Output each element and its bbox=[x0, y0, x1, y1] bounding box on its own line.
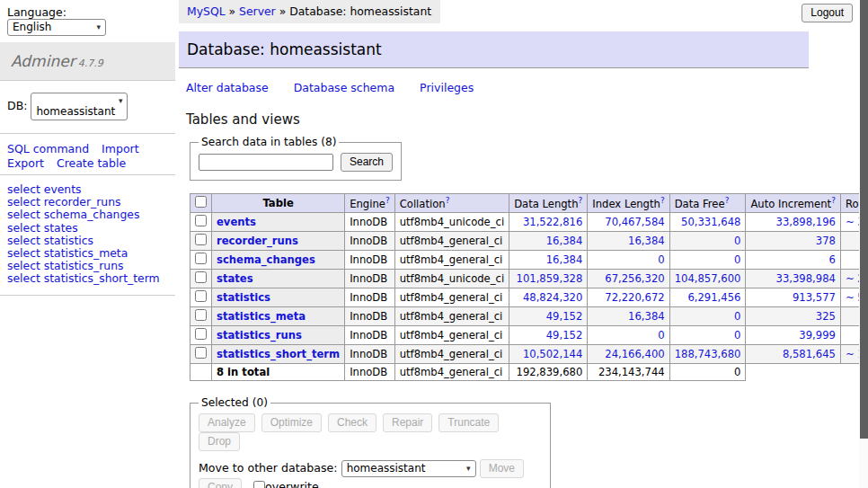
data-free-link[interactable]: 0 bbox=[734, 235, 740, 247]
index-length-link[interactable]: 0 bbox=[658, 253, 664, 266]
table-name-link[interactable]: statistics_meta bbox=[217, 310, 306, 323]
table-name-link[interactable]: events bbox=[217, 216, 256, 228]
scrollbar-thumb[interactable] bbox=[860, 0, 868, 439]
overwrite-checkbox[interactable] bbox=[253, 481, 265, 488]
breadcrumb-server-link[interactable]: Server bbox=[239, 4, 276, 18]
auto-increment-link[interactable]: 39,999 bbox=[799, 329, 836, 342]
data-free-link[interactable]: 50,331,648 bbox=[681, 216, 740, 228]
help-link[interactable]: ? bbox=[660, 196, 665, 205]
index-length-link[interactable]: 24,166,400 bbox=[605, 348, 664, 360]
sidebar-item-select-recorder-runs[interactable]: select recorder_runs bbox=[7, 196, 168, 209]
index-length-link[interactable]: 72,220,672 bbox=[605, 291, 664, 304]
row-select-checkbox[interactable] bbox=[195, 253, 207, 264]
drop-button: Drop bbox=[199, 432, 240, 451]
index-length-link[interactable]: 0 bbox=[658, 329, 664, 342]
auto-increment-link[interactable]: 33,398,984 bbox=[776, 272, 836, 285]
table-name-link[interactable]: statistics_runs bbox=[217, 329, 302, 342]
language-select[interactable]: ▾English bbox=[7, 19, 106, 36]
sidebar-item-select-statistics-short-term[interactable]: select statistics_short_term bbox=[7, 272, 168, 285]
column-header-engine: Engine? bbox=[345, 194, 395, 213]
sidebar-item-select-events[interactable]: select events bbox=[7, 183, 168, 196]
total-data-length: 192,839,680 bbox=[509, 364, 588, 381]
main-content: MySQL » Server » Database: homeassistant… bbox=[179, 0, 859, 488]
index-length-link[interactable]: 16,384 bbox=[628, 235, 665, 247]
data-length-link[interactable]: 48,824,320 bbox=[523, 291, 582, 304]
data-length-link[interactable]: 101,859,328 bbox=[517, 272, 583, 285]
index-length-link[interactable]: 70,467,584 bbox=[605, 216, 664, 228]
data-length-link[interactable]: 31,522,816 bbox=[523, 216, 582, 228]
db-label: DB: bbox=[7, 99, 27, 112]
search-legend: Search data in tables (8) bbox=[199, 136, 339, 148]
search-input[interactable] bbox=[199, 154, 333, 171]
index-length-link[interactable]: 16,384 bbox=[628, 310, 665, 323]
row-select-checkbox[interactable] bbox=[195, 234, 207, 245]
data-length-link[interactable]: 49,152 bbox=[546, 329, 583, 342]
sidebar-item-select-schema-changes[interactable]: select schema_changes bbox=[7, 209, 168, 221]
app-title: Adminer4.7.9 bbox=[0, 42, 175, 81]
row-select-checkbox[interactable] bbox=[195, 271, 207, 283]
sidebar: Language: ▾English Adminer4.7.9 DB: ▾hom… bbox=[0, 0, 175, 296]
help-link[interactable]: ? bbox=[579, 196, 583, 205]
help-link[interactable]: ? bbox=[385, 196, 390, 205]
sidebar-item-select-states[interactable]: select states bbox=[7, 222, 168, 235]
create-table-link[interactable]: Create table bbox=[57, 156, 126, 170]
table-name-link[interactable]: statistics bbox=[217, 291, 270, 304]
sql-command-link[interactable]: SQL command bbox=[7, 142, 89, 155]
move-database-select[interactable]: ▾homeassistant bbox=[341, 460, 476, 477]
data-free-link[interactable]: 6,291,456 bbox=[687, 291, 740, 304]
sidebar-item-select-statistics[interactable]: select statistics bbox=[7, 235, 168, 247]
sidebar-divider bbox=[0, 295, 175, 296]
data-free-link[interactable]: 0 bbox=[734, 310, 740, 323]
auto-increment-link[interactable]: 6 bbox=[829, 253, 836, 266]
db-select[interactable]: ▾homeassistant bbox=[31, 93, 128, 120]
auto-increment-link[interactable]: 378 bbox=[816, 235, 836, 247]
page-title: Database: homeassistant bbox=[179, 31, 809, 68]
import-link[interactable]: Import bbox=[102, 142, 139, 155]
table-name-link[interactable]: schema_changes bbox=[217, 253, 315, 266]
auto-increment-link[interactable]: 325 bbox=[816, 310, 836, 323]
sidebar-item-select-statistics-meta[interactable]: select statistics_meta bbox=[7, 247, 168, 260]
data-length-link[interactable]: 16,384 bbox=[546, 235, 583, 247]
data-free-link[interactable]: 104,857,600 bbox=[675, 272, 741, 285]
data-free-link[interactable]: 0 bbox=[734, 253, 740, 266]
table-name-link[interactable]: states bbox=[217, 272, 253, 285]
row-select-checkbox[interactable] bbox=[195, 309, 207, 321]
data-length-link[interactable]: 49,152 bbox=[546, 310, 583, 323]
language-label: Language: bbox=[7, 5, 66, 19]
row-select-checkbox[interactable] bbox=[195, 215, 207, 226]
select-all-checkbox[interactable] bbox=[195, 196, 207, 208]
table-header-row: Table Engine? Collation? Data Length? In… bbox=[190, 194, 868, 213]
help-link[interactable]: ? bbox=[831, 196, 836, 205]
database-schema-link[interactable]: Database schema bbox=[294, 81, 394, 94]
index-length-link[interactable]: 67,256,320 bbox=[605, 272, 664, 285]
breadcrumb-mysql-link[interactable]: MySQL bbox=[187, 4, 226, 18]
search-button[interactable]: Search bbox=[341, 153, 393, 172]
privileges-link[interactable]: Privileges bbox=[420, 81, 474, 94]
auto-increment-link[interactable]: 33,898,196 bbox=[776, 216, 836, 228]
total-collation: utf8mb4_general_ci bbox=[394, 364, 509, 381]
data-free-link[interactable]: 0 bbox=[734, 329, 740, 342]
help-link[interactable]: ? bbox=[725, 196, 730, 205]
auto-increment-link[interactable]: 8,581,645 bbox=[783, 348, 836, 360]
table-name-link[interactable]: statistics_short_term bbox=[217, 348, 340, 360]
analyze-button: Analyze bbox=[199, 413, 255, 432]
row-select-checkbox[interactable] bbox=[195, 290, 207, 302]
row-select-checkbox[interactable] bbox=[195, 347, 207, 359]
total-data-free: 0 bbox=[669, 364, 746, 381]
help-link[interactable]: ? bbox=[446, 196, 450, 205]
selected-legend: Selected (0) bbox=[199, 396, 270, 409]
row-select-checkbox[interactable] bbox=[195, 328, 207, 340]
app-name: Adminer bbox=[11, 52, 75, 70]
alter-database-link[interactable]: Alter database bbox=[186, 81, 269, 94]
data-length-link[interactable]: 10,502,144 bbox=[523, 348, 582, 360]
data-free-link[interactable]: 188,743,680 bbox=[675, 348, 741, 360]
logout-button[interactable]: Logout bbox=[802, 4, 853, 22]
export-link[interactable]: Export bbox=[7, 156, 44, 170]
table-name-link[interactable]: recorder_runs bbox=[217, 235, 298, 247]
column-header-table: Table bbox=[212, 194, 345, 213]
table-row: statistics_meta InnoDB utf8mb4_general_c… bbox=[190, 307, 868, 326]
collation-cell: utf8mb4_general_ci bbox=[394, 251, 509, 270]
data-length-link[interactable]: 16,384 bbox=[546, 253, 583, 266]
sidebar-item-select-statistics-runs[interactable]: select statistics_runs bbox=[7, 260, 168, 272]
auto-increment-link[interactable]: 913,577 bbox=[793, 291, 836, 304]
